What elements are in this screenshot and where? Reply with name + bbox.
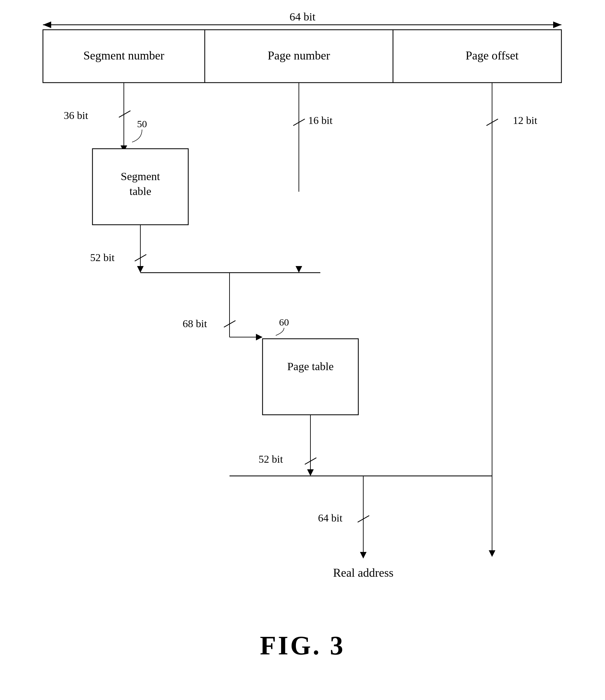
segment-table-label-line2: table <box>129 185 151 197</box>
svg-marker-2 <box>553 22 561 28</box>
page-offset-label: Page offset <box>466 49 519 62</box>
svg-marker-20 <box>489 550 495 557</box>
svg-marker-13 <box>137 266 144 273</box>
68bit-label: 68 bit <box>183 318 207 329</box>
52bit-seg-label: 52 bit <box>90 251 114 264</box>
fig-label: FIG. 3 <box>260 631 345 660</box>
52bit-page-label: 52 bit <box>259 453 283 465</box>
svg-marker-17 <box>295 266 302 273</box>
page-number-label: Page number <box>268 49 330 62</box>
segment-table-id: 50 <box>137 118 147 129</box>
svg-rect-25 <box>263 339 358 415</box>
segment-table-label-line1: Segment <box>121 170 160 182</box>
64bit-label: 64 bit <box>290 10 316 23</box>
12bit-label: 12 bit <box>513 114 537 126</box>
svg-line-7 <box>119 111 130 117</box>
page-table-id: 60 <box>279 317 289 327</box>
svg-marker-1 <box>43 22 51 28</box>
diagram-container: 64 bit Segment number Page number Page o… <box>0 0 605 700</box>
svg-marker-28 <box>307 469 314 476</box>
64bit-final-label: 64 bit <box>318 512 342 524</box>
svg-marker-33 <box>360 552 367 558</box>
page-table-label-line1: Page table <box>287 360 334 373</box>
16bit-label: 16 bit <box>308 114 333 126</box>
svg-marker-24 <box>256 334 263 341</box>
segment-number-label: Segment number <box>83 49 164 62</box>
real-address-label: Real address <box>333 566 394 579</box>
36bit-label: 36 bit <box>64 109 88 121</box>
